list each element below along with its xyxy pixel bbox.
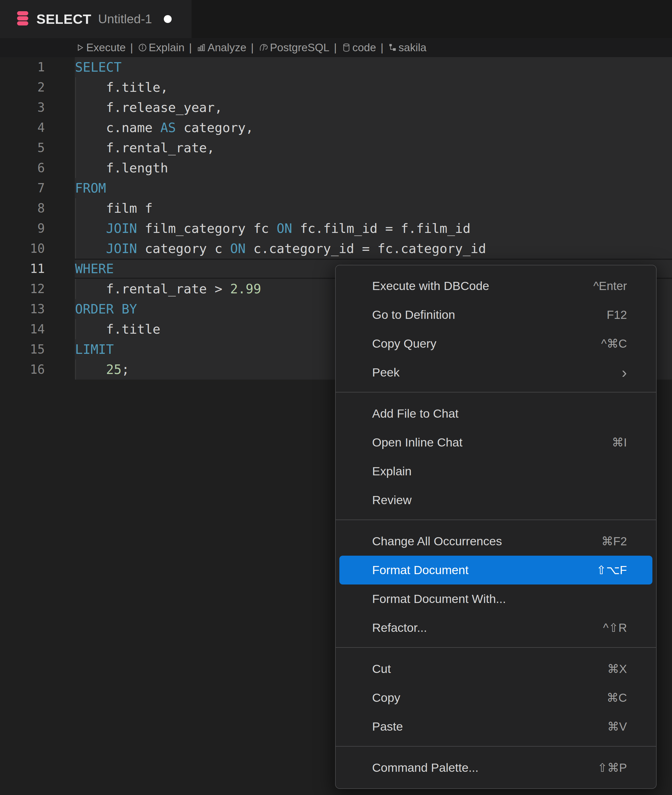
- menu-item-peek[interactable]: Peek›: [336, 358, 656, 387]
- code-token: JOIN: [106, 221, 137, 236]
- code-line-11[interactable]: WHERE: [75, 259, 114, 279]
- code-line-14[interactable]: f.title: [75, 319, 160, 339]
- line-number: 16: [0, 360, 45, 379]
- code-line-7[interactable]: FROM: [75, 178, 106, 198]
- menu-item-format-document[interactable]: Format Document⇧⌥F: [339, 556, 653, 584]
- menu-item-label: Review: [372, 493, 411, 507]
- menu-separator: [336, 746, 656, 747]
- codelens-item-code[interactable]: code: [341, 42, 376, 54]
- editor-tab[interactable]: SELECT Untitled-1: [0, 0, 192, 38]
- code-token: film f: [75, 201, 153, 216]
- codelens-item-label: Analyze: [208, 42, 246, 54]
- code-line-5[interactable]: f.rental_rate,: [75, 138, 215, 158]
- menu-item-shortcut: ^⇧R: [603, 621, 627, 635]
- indent-guide: [75, 319, 76, 339]
- code-line-3[interactable]: f.release_year,: [75, 98, 222, 118]
- indent-guide: [75, 218, 76, 238]
- code-token: film_category fc: [137, 221, 277, 236]
- database-icon: [16, 11, 29, 27]
- code-line-15[interactable]: LIMIT: [75, 339, 114, 360]
- postgresql-elephant-icon: [258, 42, 269, 53]
- codelens-separator: |: [130, 42, 134, 54]
- codelens-item-explain[interactable]: Explain: [138, 42, 184, 54]
- indent-guide: [75, 118, 76, 138]
- code-token: fc.film_id = f.film_id: [292, 221, 470, 236]
- code-token: f.title,: [75, 80, 168, 95]
- menu-item-label: Change All Occurrences: [372, 534, 502, 548]
- menu-item-open-inline-chat[interactable]: Open Inline Chat⌘I: [336, 428, 656, 457]
- code-line-13[interactable]: ORDER BY: [75, 299, 137, 319]
- code-token: ON: [230, 241, 246, 256]
- codelens-separator: |: [250, 42, 254, 54]
- menu-item-review[interactable]: Review: [336, 486, 656, 515]
- line-number: 12: [0, 279, 45, 299]
- menu-separator: [336, 647, 656, 648]
- menu-separator: [336, 520, 656, 520]
- menu-item-go-to-definition[interactable]: Go to DefinitionF12: [336, 301, 656, 329]
- codelens-item-execute[interactable]: Execute: [75, 42, 126, 54]
- menu-item-label: Paste: [372, 720, 403, 733]
- menu-item-paste[interactable]: Paste⌘V: [336, 712, 656, 741]
- menu-item-explain[interactable]: Explain: [336, 457, 656, 486]
- code-line-8[interactable]: film f: [75, 198, 153, 218]
- menu-item-refactor[interactable]: Refactor...^⇧R: [336, 613, 656, 642]
- menu-item-shortcut: F12: [607, 308, 627, 322]
- code-line-6[interactable]: f.length: [75, 158, 168, 178]
- tab-label: SELECT: [37, 11, 91, 27]
- menu-item-label: Peek: [372, 366, 400, 379]
- code-line-4[interactable]: c.name AS category,: [75, 118, 253, 138]
- indent-guide: [75, 98, 76, 118]
- code-token: LIMIT: [75, 342, 114, 357]
- code-line-1[interactable]: SELECT: [75, 57, 122, 77]
- code-token: [75, 241, 106, 256]
- line-number: 14: [0, 319, 45, 339]
- code-line-9[interactable]: JOIN film_category fc ON fc.film_id = f.…: [75, 218, 470, 238]
- menu-item-copy-query[interactable]: Copy Query^⌘C: [336, 329, 656, 358]
- line-number: 1: [0, 57, 45, 77]
- codelens-item-analyze[interactable]: Analyze: [196, 42, 246, 54]
- code-token: [75, 362, 106, 377]
- menu-item-shortcut: ⌘I: [612, 435, 627, 449]
- code-line-2[interactable]: f.title,: [75, 77, 168, 98]
- menu-item-cut[interactable]: Cut⌘X: [336, 654, 656, 683]
- menu-item-shortcut: ⌘C: [607, 691, 627, 705]
- line-number: 10: [0, 238, 45, 259]
- menu-item-shortcut: ⌘F2: [602, 534, 627, 548]
- bar-chart-icon: [196, 43, 206, 53]
- menu-item-add-file-to-chat[interactable]: Add File to Chat: [336, 399, 656, 428]
- codelens-separator: |: [380, 42, 384, 54]
- play-icon: [75, 43, 85, 53]
- menu-item-label: Add File to Chat: [372, 407, 458, 421]
- code-token: f.rental_rate >: [75, 282, 230, 296]
- menu-item-label: Format Document With...: [372, 592, 506, 606]
- codelens-bar: Execute|Explain|Analyze|PostgreSQL|code|…: [0, 38, 672, 57]
- menu-item-label: Execute with DBCode: [372, 279, 489, 293]
- menu-item-execute-with-dbcode[interactable]: Execute with DBCode^Enter: [336, 272, 656, 301]
- menu-item-shortcut: ^Enter: [593, 279, 627, 293]
- code-line-16[interactable]: 25;: [75, 360, 130, 379]
- code-token: AS: [160, 120, 176, 135]
- code-token: 25: [106, 362, 122, 377]
- menu-item-format-document-with[interactable]: Format Document With...: [336, 584, 656, 613]
- line-number: 13: [0, 299, 45, 319]
- code-token: category c: [137, 241, 230, 256]
- schema-tree-icon: [388, 43, 397, 52]
- codelens-item-postgresql[interactable]: PostgreSQL: [258, 42, 329, 54]
- database-cylinder-icon: [341, 43, 351, 53]
- code-token: ;: [122, 362, 130, 377]
- indent-guide: [75, 360, 76, 379]
- code-line-12[interactable]: f.rental_rate > 2.99: [75, 279, 261, 299]
- line-number: 2: [0, 77, 45, 98]
- menu-item-copy[interactable]: Copy⌘C: [336, 683, 656, 712]
- codelens-separator: |: [333, 42, 337, 54]
- menu-item-label: Open Inline Chat: [372, 435, 462, 449]
- menu-item-command-palette[interactable]: Command Palette...⇧⌘P: [336, 753, 656, 782]
- menu-item-shortcut: ^⌘C: [601, 337, 627, 350]
- code-line-10[interactable]: JOIN category c ON c.category_id = fc.ca…: [75, 238, 486, 259]
- code-token: f.length: [75, 160, 168, 176]
- modified-indicator[interactable]: [164, 15, 172, 23]
- menu-item-change-all-occurrences[interactable]: Change All Occurrences⌘F2: [336, 527, 656, 556]
- menu-item-shortcut: ⌘X: [607, 662, 627, 676]
- codelens-item-sakila[interactable]: sakila: [388, 42, 426, 54]
- menu-item-shortcut: ⇧⌘P: [597, 761, 627, 774]
